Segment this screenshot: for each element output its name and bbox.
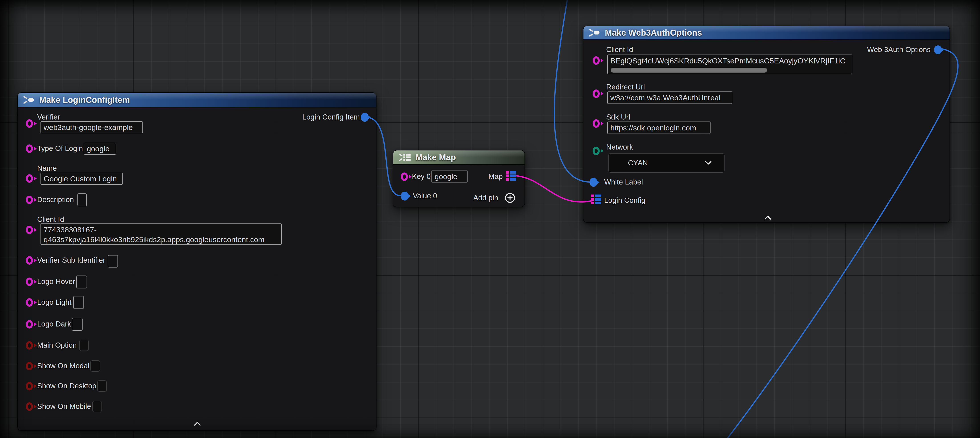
client-id-line1: 774338308167- [44, 225, 278, 234]
pin-sdk-url[interactable] [593, 119, 600, 128]
pin-logo-dark[interactable] [26, 320, 33, 328]
pin-name[interactable] [26, 174, 33, 183]
pin-label-verifier-sub-identifier: Verifier Sub Identifier [37, 256, 105, 264]
network-dropdown[interactable]: CYAN [608, 153, 725, 173]
pin-verifier-sub-identifier[interactable] [26, 256, 33, 264]
pin-network[interactable] [593, 147, 600, 155]
client-id-value: BEglQSgt4cUWcj6SKRdu5QkOXTsePmMcusG5EAoy… [610, 56, 845, 66]
pin-label-logo-hover: Logo Hover [37, 277, 75, 286]
pin-label-verifier: Verifier [37, 113, 60, 121]
sdk-url-input[interactable]: https://sdk.openlogin.com [607, 121, 711, 134]
node-make-loginconfigitem: Make LoginConfigItem Login Config Item V… [18, 92, 377, 431]
pin-label-show-on-modal: Show On Modal [37, 362, 89, 370]
node-make-web3authoptions: Make Web3AuthOptions Client Id Web 3Auth… [583, 25, 950, 223]
node-title: Make LoginConfigItem [39, 95, 130, 105]
pin-label-type-of-login: Type Of Login [37, 144, 83, 153]
node-make-map: Make Map Key 0 google Map Value 0 Add pi… [393, 150, 525, 207]
chevron-down-icon [705, 161, 712, 165]
type-of-login-input[interactable]: google [84, 143, 116, 154]
pin-label-map: Map [488, 172, 503, 181]
show-on-modal-checkbox[interactable] [90, 360, 100, 372]
add-pin-button[interactable] [505, 193, 515, 203]
client-id-scrollbar[interactable] [611, 68, 767, 73]
pin-label-sdk-url: Sdk Url [606, 113, 630, 121]
pin-key-0[interactable] [401, 172, 408, 181]
logo-light-input[interactable] [73, 296, 84, 309]
wire-map-to-login-config[interactable] [517, 176, 592, 202]
pin-value-0[interactable] [401, 192, 409, 201]
node-header[interactable]: Make LoginConfigItem [18, 93, 376, 107]
pin-logo-light[interactable] [26, 298, 33, 307]
pin-output-web3auth-options[interactable] [934, 45, 942, 54]
show-on-desktop-checkbox[interactable] [97, 381, 107, 392]
pin-label-login-config-item: Login Config Item [302, 113, 360, 121]
pin-client-id[interactable] [593, 56, 600, 65]
collapse-chevron-icon[interactable] [194, 422, 201, 426]
make-struct-icon [23, 96, 35, 104]
pin-label-show-on-mobile: Show On Mobile [37, 402, 91, 411]
description-input[interactable] [78, 193, 87, 206]
pin-label-login-config: Login Config [604, 196, 645, 205]
logo-hover-input[interactable] [76, 276, 87, 288]
pin-show-on-modal[interactable] [26, 362, 33, 370]
pin-redirect-url[interactable] [593, 89, 600, 98]
pin-label-show-on-desktop: Show On Desktop [37, 381, 96, 390]
logo-dark-input[interactable] [72, 318, 83, 331]
client-id-line2: q463s7kpvja16l4l0kko3nb925ikds2p.apps.go… [44, 234, 278, 244]
pin-output-login-config-item[interactable] [361, 113, 369, 122]
collapse-chevron-icon[interactable] [764, 215, 771, 220]
pin-login-config[interactable] [591, 194, 601, 204]
node-header[interactable]: Make Web3AuthOptions [584, 26, 950, 40]
pin-label-description: Description [37, 195, 74, 204]
pin-label-main-option: Main Option [37, 341, 77, 350]
pin-label-web3auth-options: Web 3Auth Options [867, 45, 931, 54]
name-input[interactable]: Google Custom Login [40, 173, 123, 185]
pin-description[interactable] [26, 196, 33, 204]
show-on-mobile-checkbox[interactable] [92, 401, 102, 412]
pin-client-id[interactable] [26, 226, 33, 234]
pin-label-logo-dark: Logo Dark [37, 320, 71, 328]
pin-label-redirect-url: Redirect Url [606, 83, 645, 91]
node-title: Make Map [415, 153, 456, 162]
node-header[interactable]: Make Map [393, 150, 525, 165]
redirect-url-input[interactable]: w3a://com.w3a.Web3AuthUnreal [607, 91, 732, 104]
pin-logo-hover[interactable] [26, 277, 33, 286]
main-option-checkbox[interactable] [79, 339, 89, 351]
pin-show-on-mobile[interactable] [26, 402, 33, 411]
node-title: Make Web3AuthOptions [605, 28, 702, 38]
pin-label-client-id: Client Id [606, 45, 633, 54]
pin-label-key-0: Key 0 [412, 172, 431, 181]
blueprint-graph-canvas[interactable]: Make LoginConfigItem Login Config Item V… [0, 0, 980, 438]
pin-label-network: Network [606, 143, 633, 151]
network-selected-value: CYAN [628, 159, 648, 167]
make-map-icon [399, 153, 411, 162]
verifier-input[interactable]: web3auth-google-example [40, 121, 143, 133]
pin-label-client-id: Client Id [37, 215, 64, 224]
pin-label-value-0: Value 0 [413, 191, 437, 200]
client-id-input[interactable]: 774338308167- q463s7kpvja16l4l0kko3nb925… [40, 223, 282, 245]
pin-map-output[interactable] [506, 171, 516, 181]
pin-show-on-desktop[interactable] [26, 382, 33, 390]
pin-label-name: Name [37, 164, 57, 173]
pin-type-of-login[interactable] [26, 145, 33, 153]
pin-main-option[interactable] [26, 341, 33, 350]
verifier-sub-identifier-input[interactable] [108, 255, 118, 268]
pin-verifier[interactable] [26, 119, 33, 128]
pin-label-white-label: White Label [604, 178, 643, 186]
pin-label-logo-light: Logo Light [37, 298, 72, 307]
make-struct-icon [589, 28, 600, 37]
add-pin-label: Add pin [473, 193, 498, 202]
key-0-input[interactable]: google [431, 170, 468, 183]
pin-white-label[interactable] [589, 178, 598, 187]
